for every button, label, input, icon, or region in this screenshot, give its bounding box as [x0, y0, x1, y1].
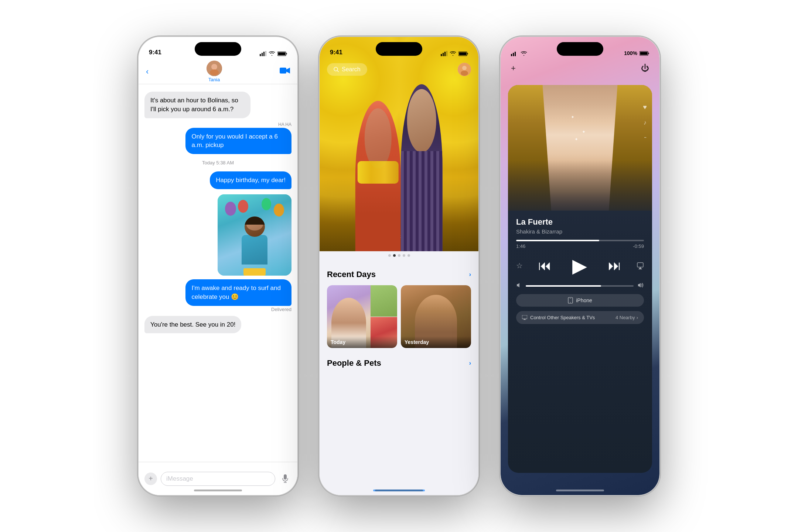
music-status-right: 100% [624, 50, 649, 56]
svg-rect-28 [640, 52, 648, 55]
photos-hero: Favorites ♥ LIBRARY [320, 37, 478, 251]
svg-rect-0 [260, 54, 261, 56]
time-elapsed: 1:46 [516, 243, 525, 249]
yesterday-stack[interactable]: Yesterday [401, 285, 471, 348]
message-row-2: HA HA Only for you would I accept a 6 a.… [144, 122, 291, 154]
head [245, 216, 265, 237]
progress-times: 1:46 -0:59 [516, 243, 644, 249]
home-indicator-2 [375, 490, 423, 491]
vol-high-svg [637, 282, 644, 288]
delivered-label: Delivered [271, 307, 291, 312]
battery-icon-2 [458, 51, 468, 56]
dynamic-island-3 [557, 42, 603, 56]
today-small-1 [371, 285, 397, 317]
dynamic-island-1 [195, 42, 241, 56]
avatar-svg [207, 61, 222, 76]
phone-icon [568, 297, 573, 304]
dot-2 [393, 254, 396, 257]
avatar-image [207, 61, 222, 76]
people-pets-chevron[interactable]: › [469, 360, 471, 366]
yesterday-photos: Yesterday [401, 285, 471, 348]
album-art: ✦ ✦ ✦ ♥ ♪ ··· [508, 85, 652, 211]
rewind-button[interactable]: ⏮ [538, 258, 552, 273]
photos-content: Recent Days › [320, 262, 478, 495]
message-row-5: You're the best. See you in 20! [144, 316, 291, 334]
svg-rect-13 [441, 54, 442, 56]
message-input[interactable]: iMessage [161, 472, 275, 486]
garland [358, 161, 399, 184]
bubble-received-2: You're the best. See you in 20! [144, 316, 241, 334]
svg-rect-25 [513, 53, 514, 56]
contact-info[interactable]: Tania [207, 61, 222, 82]
bubble-sent-1: Only for you would I accept a 6 a.m. pic… [185, 128, 291, 154]
iphone-output[interactable]: iPhone [516, 294, 644, 307]
power-button[interactable]: ⏻ [641, 64, 649, 73]
volume-control[interactable] [508, 279, 652, 290]
svg-point-32 [570, 302, 571, 303]
recent-days-section-header: Recent Days › [327, 270, 471, 279]
mic-button[interactable] [279, 473, 291, 485]
stripes [401, 151, 443, 251]
timestamp-1: Today 5:38 AM [144, 160, 291, 166]
svg-rect-1 [262, 53, 263, 56]
volume-slider[interactable] [526, 285, 634, 287]
add-button[interactable]: + [511, 64, 516, 73]
user-avatar-img [458, 63, 471, 76]
airplay-icon[interactable] [637, 262, 644, 269]
recent-days-title: Recent Days [327, 270, 376, 279]
svg-point-22 [462, 66, 467, 70]
home-indicator-1 [194, 490, 242, 491]
today-stack[interactable]: Today [327, 285, 397, 348]
fast-forward-button[interactable]: ⏭ [608, 258, 621, 273]
star-button[interactable]: ☆ [516, 261, 523, 270]
status-icons-1 [260, 51, 287, 56]
recent-days-grid: Today Yesterday [327, 285, 471, 348]
balloon-orange [274, 204, 284, 216]
album-art-overlay [508, 85, 652, 211]
birthday-image [218, 194, 291, 276]
back-button[interactable]: ‹ [146, 67, 149, 76]
add-attachment-button[interactable]: + [144, 473, 157, 485]
status-bar-photos: 9:41 [320, 37, 478, 59]
search-label: Search [342, 66, 361, 73]
cake-base [243, 268, 266, 276]
contact-avatar [207, 61, 222, 76]
play-button[interactable]: ▶ [567, 253, 593, 279]
phone-messages: 9:41 ‹ [139, 37, 297, 495]
song-title: La Fuerte [516, 217, 644, 227]
balloon-green [262, 198, 271, 210]
music-top-controls: + ⏻ [501, 59, 659, 78]
messages-screen: 9:41 ‹ [139, 37, 297, 495]
scene: 9:41 ‹ [0, 0, 798, 532]
people-pets-title: People & Pets [327, 358, 381, 368]
playback-controls: ☆ ⏮ ▶ ⏭ [508, 249, 652, 279]
music-sidebar: ♥ ♪ ··· [643, 103, 647, 140]
search-pill[interactable]: Search [327, 63, 367, 76]
heart-sidebar-icon[interactable]: ♥ [643, 103, 647, 111]
music-progress[interactable]: 1:46 -0:59 [508, 235, 652, 249]
more-icon[interactable]: ··· [644, 134, 646, 140]
home-indicator-3 [556, 490, 604, 491]
video-icon [280, 66, 290, 75]
tv-icon [522, 315, 527, 320]
bubble-sent-2: Happy birthday, my dear! [210, 171, 291, 189]
status-time-1: 9:41 [149, 49, 161, 56]
wifi-icon-1 [269, 51, 275, 56]
svg-rect-15 [444, 52, 446, 56]
vol-low-svg [516, 282, 522, 288]
svg-point-23 [461, 71, 468, 76]
phone-music: 100% + ⏻ [501, 37, 659, 495]
body [242, 235, 267, 265]
dot-3 [398, 254, 400, 257]
messages-body: It's about an hour to Bolinas, so I'll p… [139, 84, 297, 462]
speakers-right: 4 Nearby › [615, 315, 638, 320]
music-card: ✦ ✦ ✦ ♥ ♪ ··· La Fuerte [508, 85, 652, 473]
speakers-chevron: › [637, 315, 638, 320]
user-avatar[interactable] [458, 63, 471, 76]
iphone-label: iPhone [576, 297, 592, 303]
video-call-button[interactable] [280, 66, 290, 77]
speakers-bar[interactable]: Control Other Speakers & TVs 4 Nearby › [516, 311, 644, 324]
svg-point-8 [210, 69, 219, 75]
people-pets-header: People & Pets › [327, 358, 471, 368]
recent-days-chevron[interactable]: › [469, 271, 471, 278]
